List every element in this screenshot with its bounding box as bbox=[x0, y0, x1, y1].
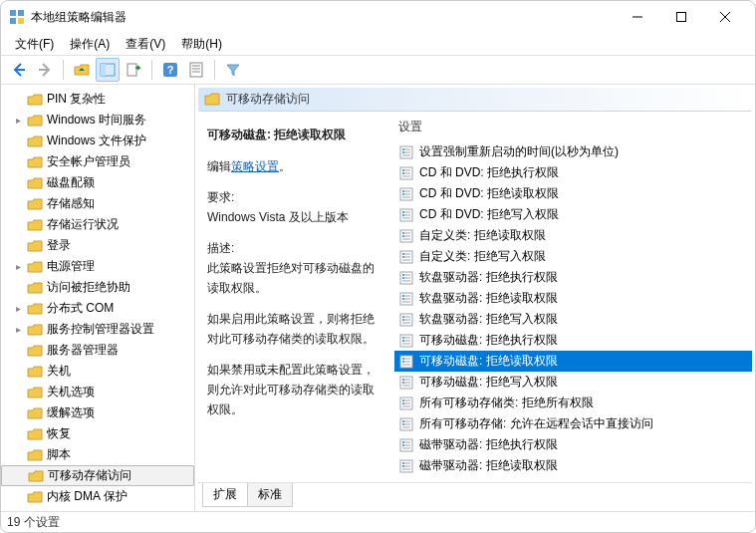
up-folder-button[interactable] bbox=[70, 58, 94, 82]
tree-item[interactable]: 服务器管理器 bbox=[1, 340, 194, 361]
help-button[interactable]: ? bbox=[158, 58, 182, 82]
desc-1: 此策略设置拒绝对可移动磁盘的读取权限。 bbox=[207, 261, 375, 295]
menu-action[interactable]: 操作(A) bbox=[62, 34, 118, 55]
minimize-button[interactable] bbox=[616, 3, 659, 31]
show-tree-button[interactable] bbox=[96, 58, 120, 82]
menu-help[interactable]: 帮助(H) bbox=[173, 34, 230, 55]
tree-item-label: 内核 DMA 保护 bbox=[47, 488, 127, 505]
menu-file[interactable]: 文件(F) bbox=[7, 34, 62, 55]
expander-icon[interactable]: ▸ bbox=[13, 303, 23, 314]
toolbar-separator bbox=[63, 60, 64, 80]
edit-policy-link[interactable]: 策略设置 bbox=[231, 159, 279, 173]
tree-item[interactable]: 可移动存储访问 bbox=[1, 465, 194, 486]
settings-list[interactable]: 设置强制重新启动的时间(以秒为单位)CD 和 DVD: 拒绝执行权限CD 和 D… bbox=[394, 141, 752, 482]
svg-point-102 bbox=[402, 423, 404, 425]
setting-item[interactable]: 磁带驱动器: 拒绝执行权限 bbox=[394, 434, 752, 455]
setting-item[interactable]: 软盘驱动器: 拒绝执行权限 bbox=[394, 267, 752, 288]
svg-point-41 bbox=[402, 211, 404, 213]
policy-icon bbox=[398, 333, 414, 349]
forward-button[interactable] bbox=[33, 58, 57, 82]
tree-item[interactable]: 存储感知 bbox=[1, 193, 194, 214]
menu-view[interactable]: 查看(V) bbox=[118, 34, 173, 55]
setting-item[interactable]: CD 和 DVD: 拒绝写入权限 bbox=[394, 204, 752, 225]
svg-point-78 bbox=[402, 340, 404, 342]
svg-point-66 bbox=[402, 298, 404, 300]
edit-prefix: 编辑 bbox=[207, 159, 231, 173]
category-title: 可移动存储访问 bbox=[226, 91, 310, 108]
setting-item[interactable]: CD 和 DVD: 拒绝执行权限 bbox=[394, 162, 752, 183]
svg-point-35 bbox=[402, 190, 404, 192]
settings-column-header[interactable]: 设置 bbox=[394, 115, 752, 141]
setting-item[interactable]: 自定义类: 拒绝写入权限 bbox=[394, 246, 752, 267]
setting-item[interactable]: 磁带驱动器: 拒绝读取权限 bbox=[394, 455, 752, 476]
setting-item[interactable]: 可移动磁盘: 拒绝执行权限 bbox=[394, 330, 752, 351]
properties-button[interactable] bbox=[184, 58, 208, 82]
tree-item[interactable]: ▸电源管理 bbox=[1, 256, 194, 277]
tree-item[interactable]: 登录 bbox=[1, 235, 194, 256]
policy-icon bbox=[398, 354, 414, 370]
tree-item[interactable]: 脚本 bbox=[1, 444, 194, 465]
setting-label: 软盘驱动器: 拒绝写入权限 bbox=[419, 311, 558, 328]
back-button[interactable] bbox=[7, 58, 31, 82]
setting-label: 自定义类: 拒绝读取权限 bbox=[419, 227, 546, 244]
policy-icon bbox=[398, 416, 414, 432]
tab-standard[interactable]: 标准 bbox=[247, 483, 293, 507]
svg-point-30 bbox=[402, 172, 404, 174]
folder-icon bbox=[27, 489, 43, 505]
setting-item[interactable]: 软盘驱动器: 拒绝读取权限 bbox=[394, 288, 752, 309]
folder-icon bbox=[27, 343, 43, 359]
setting-label: 可移动磁盘: 拒绝执行权限 bbox=[419, 332, 558, 349]
setting-label: 所有可移动存储类: 拒绝所有权限 bbox=[419, 395, 594, 411]
setting-item[interactable]: 所有可移动存储类: 拒绝所有权限 bbox=[394, 393, 752, 413]
svg-rect-0 bbox=[10, 10, 16, 16]
expander-icon[interactable]: ▸ bbox=[13, 115, 23, 126]
req-value: Windows Vista 及以上版本 bbox=[207, 210, 349, 224]
setting-item[interactable]: CD 和 DVD: 拒绝读取权限 bbox=[394, 183, 752, 204]
setting-item[interactable]: 软盘驱动器: 拒绝写入权限 bbox=[394, 309, 752, 330]
setting-item[interactable]: 可移动磁盘: 拒绝读取权限 bbox=[394, 351, 752, 372]
tree-item[interactable]: 访问被拒绝协助 bbox=[1, 277, 194, 298]
setting-item[interactable]: 所有可移动存储: 允许在远程会话中直接访问 bbox=[394, 413, 752, 434]
setting-item[interactable]: 设置强制重新启动的时间(以秒为单位) bbox=[394, 141, 752, 162]
content-body: 可移动磁盘: 拒绝读取权限 编辑策略设置。 要求:Windows Vista 及… bbox=[195, 115, 752, 482]
export-button[interactable] bbox=[122, 58, 145, 82]
svg-point-90 bbox=[402, 382, 404, 384]
tree-item[interactable]: 关机 bbox=[1, 361, 194, 382]
expander-icon[interactable]: ▸ bbox=[13, 261, 23, 272]
svg-point-48 bbox=[402, 235, 404, 237]
tree-item[interactable]: 磁盘配额 bbox=[1, 172, 194, 193]
tree-item[interactable]: ▸Windows 时间服务 bbox=[1, 110, 194, 131]
expander-icon[interactable]: ▸ bbox=[13, 324, 23, 335]
policy-icon bbox=[398, 291, 414, 307]
svg-rect-2 bbox=[10, 18, 16, 24]
svg-point-107 bbox=[402, 441, 404, 443]
tree-item[interactable]: Windows 文件保护 bbox=[1, 131, 194, 151]
setting-item[interactable]: 自定义类: 拒绝读取权限 bbox=[394, 225, 752, 246]
tree-item[interactable]: 存储运行状况 bbox=[1, 214, 194, 235]
filter-button[interactable] bbox=[221, 58, 245, 82]
folder-icon bbox=[27, 426, 43, 442]
tree-pane[interactable]: PIN 复杂性▸Windows 时间服务Windows 文件保护安全帐户管理员磁… bbox=[1, 85, 195, 511]
tree-item[interactable]: 关机选项 bbox=[1, 382, 194, 402]
tree-item[interactable]: 恢复 bbox=[1, 423, 194, 444]
svg-point-89 bbox=[402, 379, 404, 381]
close-button[interactable] bbox=[703, 3, 747, 31]
setting-item[interactable]: 可移动磁盘: 拒绝写入权限 bbox=[394, 372, 752, 393]
svg-point-29 bbox=[402, 169, 404, 171]
setting-label: 磁带驱动器: 拒绝读取权限 bbox=[419, 457, 558, 474]
tree-item[interactable]: ▸分布式 COM bbox=[1, 298, 194, 319]
tab-extended[interactable]: 扩展 bbox=[202, 483, 248, 507]
tree-item[interactable]: PIN 复杂性 bbox=[1, 89, 194, 110]
tree-item[interactable]: 安全帐户管理员 bbox=[1, 151, 194, 172]
tree-item[interactable]: 缓解选项 bbox=[1, 402, 194, 423]
tree-item[interactable]: ▸服务控制管理器设置 bbox=[1, 319, 194, 340]
maximize-button[interactable] bbox=[659, 3, 703, 31]
policy-icon bbox=[398, 249, 414, 265]
tree-item[interactable]: 内核 DMA 保护 bbox=[1, 486, 194, 507]
folder-icon bbox=[27, 133, 43, 149]
svg-point-53 bbox=[402, 253, 404, 255]
svg-point-60 bbox=[402, 277, 404, 279]
menubar: 文件(F) 操作(A) 查看(V) 帮助(H) bbox=[1, 33, 755, 55]
folder-icon bbox=[27, 322, 43, 338]
svg-point-59 bbox=[402, 274, 404, 276]
